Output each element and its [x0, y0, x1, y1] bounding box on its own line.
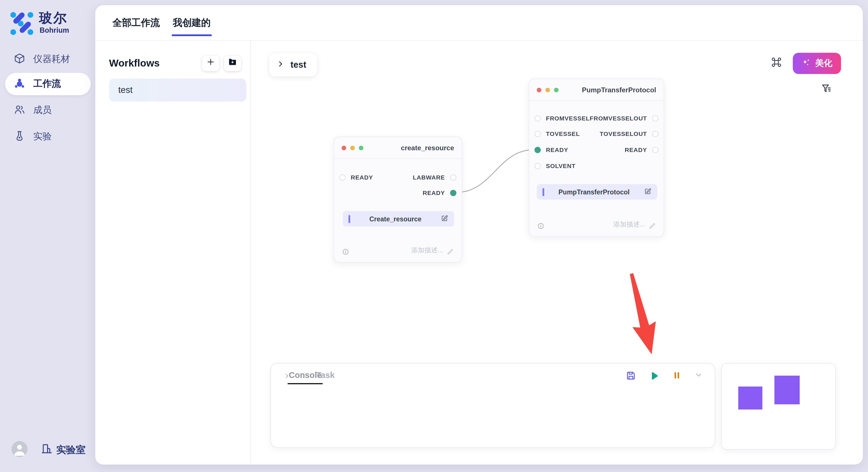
lab-switcher[interactable]: 实验室: [41, 442, 86, 457]
workflows-panel: Workflows test: [95, 41, 251, 465]
tab-created-by-me[interactable]: 我创建的: [173, 5, 211, 40]
traffic-lights-icon: [342, 145, 363, 150]
info-icon[interactable]: [342, 247, 349, 254]
node-pump-transfer-protocol[interactable]: PumpTransferProtocol FROMVESSEL FROMVESS…: [529, 78, 664, 237]
beautify-label: 美化: [815, 58, 832, 69]
sparkles-icon: [801, 58, 811, 69]
breadcrumb-label: test: [290, 60, 306, 70]
command-icon: [771, 60, 782, 69]
description-placeholder: 添加描述...: [411, 246, 443, 255]
port-label: LABWARE: [413, 174, 445, 181]
members-icon: [14, 103, 25, 117]
lab-label: 实验室: [56, 443, 86, 456]
sidebar-item-instruments[interactable]: 仪器耗材: [5, 48, 91, 71]
filter-button[interactable]: [821, 83, 832, 95]
sidebar-item-experiments[interactable]: 实验: [5, 126, 91, 148]
building-icon: [41, 442, 53, 457]
minimap-node-pump: [774, 376, 800, 404]
beautify-button[interactable]: 美化: [793, 53, 841, 74]
edit-icon[interactable]: [441, 214, 454, 224]
edit-icon[interactable]: [644, 187, 657, 197]
pill-label: Create_resource: [350, 215, 441, 222]
port-handle[interactable]: [652, 115, 658, 121]
tab-all-workflows[interactable]: 全部工作流: [113, 5, 160, 40]
import-folder-button[interactable]: [224, 55, 241, 71]
port-handle[interactable]: [534, 131, 541, 137]
pill-label: PumpTransferProtocol: [544, 189, 644, 195]
port-handle[interactable]: [450, 174, 456, 180]
sidebar-item-members[interactable]: 成员: [5, 99, 91, 122]
port-handle[interactable]: [652, 146, 658, 153]
task-tab[interactable]: Task: [316, 370, 335, 382]
filter-icon: [821, 86, 832, 96]
traffic-lights-icon: [537, 88, 559, 92]
sidebar-footer: 实验室: [0, 439, 95, 462]
port-label: TOVESSELOUT: [600, 130, 647, 137]
port-label: READY: [625, 146, 647, 153]
port-label: READY: [546, 146, 568, 153]
port-handle[interactable]: [652, 131, 658, 137]
node-header[interactable]: PumpTransferProtocol: [529, 79, 663, 101]
port-handle[interactable]: [534, 163, 541, 169]
run-button[interactable]: [648, 370, 659, 381]
sidebar-item-label: 实验: [33, 131, 52, 143]
port-label: SOLVENT: [546, 162, 576, 169]
console-panel: Console Task: [270, 363, 715, 448]
bohrium-logo-icon: [9, 9, 34, 34]
sidebar-item-label: 仪器耗材: [33, 53, 70, 65]
port-handle[interactable]: [339, 174, 346, 180]
brand-name-en: Bohrium: [40, 26, 69, 34]
brand-name-zh: 玻尔: [39, 9, 68, 27]
port-out-ready: READY: [625, 146, 658, 153]
pencil-icon: [446, 247, 454, 254]
edge-create-to-pump: [456, 150, 534, 193]
port-in-tovessel: TOVESSEL: [534, 130, 580, 137]
bohrium-workflow-app: 玻尔 Bohrium 仪器耗材 工作流 成员: [0, 0, 868, 472]
minimap-node-create-resource: [738, 386, 763, 409]
add-workflow-button[interactable]: [202, 55, 219, 71]
breadcrumb[interactable]: test: [269, 53, 317, 76]
node-function-pill[interactable]: PumpTransferProtocol: [537, 184, 657, 200]
sidebar-item-workflow[interactable]: 工作流: [5, 73, 91, 95]
workflow-canvas[interactable]: test 美化: [251, 41, 863, 465]
pencil-icon: [649, 221, 656, 228]
command-palette-button[interactable]: [771, 57, 784, 69]
collapse-console-button[interactable]: [693, 372, 704, 378]
workflow-icon: [14, 77, 25, 91]
annotation-arrow: [620, 271, 663, 357]
port-label: FROMVESSEL: [546, 115, 590, 122]
node-title: create_resource: [401, 144, 454, 152]
avatar[interactable]: [11, 441, 28, 457]
port-label: READY: [351, 174, 373, 181]
experiment-icon: [14, 130, 25, 144]
pause-button[interactable]: [672, 370, 681, 380]
info-icon[interactable]: [537, 221, 544, 228]
port-label: TOVESSEL: [546, 130, 580, 137]
port-handle-connected[interactable]: [534, 146, 541, 153]
port-out-fromvesselout: FROMVESSELOUT: [590, 115, 658, 122]
workflow-list-item-test[interactable]: test: [109, 78, 246, 102]
port-out-ready: READY: [423, 189, 456, 196]
description-field[interactable]: 添加描述...: [613, 220, 656, 229]
port-handle[interactable]: [534, 115, 541, 121]
chevron-right-icon: [277, 60, 284, 70]
sidebar: 玻尔 Bohrium 仪器耗材 工作流 成员: [0, 0, 95, 472]
port-label: FROMVESSELOUT: [590, 115, 647, 122]
workflows-title: Workflows: [109, 57, 197, 69]
port-in-fromvessel: FROMVESSEL: [534, 115, 590, 122]
description-field[interactable]: 添加描述...: [411, 246, 454, 255]
port-handle-connected[interactable]: [450, 190, 456, 196]
save-button[interactable]: [626, 370, 636, 381]
port-out-tovesselout: TOVESSELOUT: [600, 130, 658, 137]
port-label: READY: [423, 189, 445, 196]
node-function-pill[interactable]: Create_resource: [343, 211, 454, 227]
workflow-tabbar: 全部工作流 我创建的: [95, 5, 863, 41]
description-placeholder: 添加描述...: [613, 220, 645, 229]
node-header[interactable]: create_resource: [334, 137, 462, 159]
node-create-resource[interactable]: create_resource READY LABWARE READY Crea…: [334, 136, 462, 263]
port-in-solvent: SOLVENT: [534, 162, 576, 169]
folder-download-icon: [228, 57, 237, 69]
node-title: PumpTransferProtocol: [582, 86, 656, 94]
port-out-labware: LABWARE: [413, 174, 456, 181]
minimap[interactable]: [721, 363, 836, 450]
